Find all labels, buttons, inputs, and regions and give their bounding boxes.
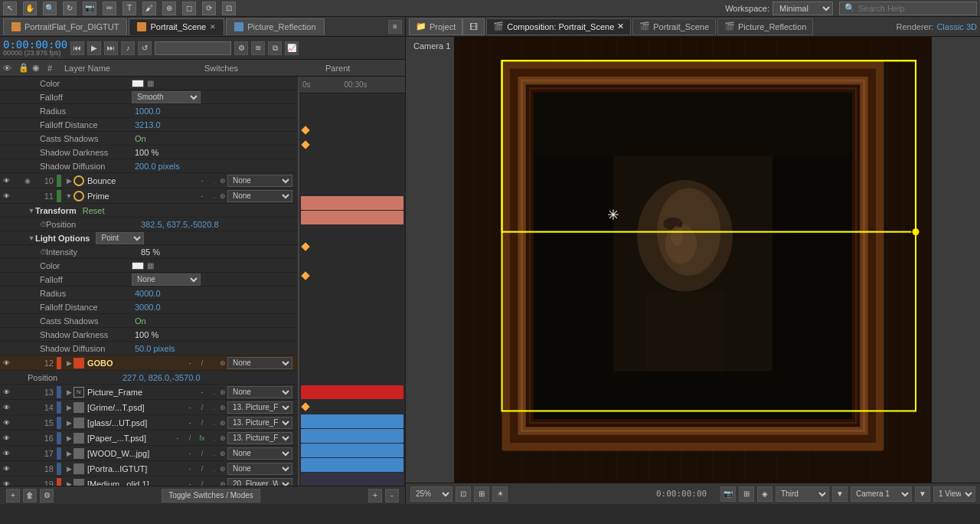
tool-puppet[interactable]: ⊡ xyxy=(222,2,236,15)
sw-18-slash[interactable]: / xyxy=(197,463,207,474)
layer-12-visibility[interactable]: 👁 xyxy=(2,359,11,368)
layer-15-lock[interactable] xyxy=(12,418,21,427)
motion-blur-btn[interactable]: ≋ xyxy=(251,41,265,55)
sw-10-1[interactable]: - xyxy=(197,175,207,186)
layer-16-parent-select[interactable]: 13. Picture_F None xyxy=(227,432,292,444)
layer-scroll[interactable]: Color ▦ Falloff Smooth None Inverse Squa… xyxy=(0,77,298,486)
graph-editor-btn[interactable]: 📈 xyxy=(285,41,299,55)
sw-12-pencil[interactable]: / xyxy=(197,358,207,368)
layer-14-lock[interactable] xyxy=(12,403,21,412)
sw-16-fx[interactable]: fx xyxy=(197,433,207,444)
layer-12-expand[interactable]: ▶ xyxy=(64,359,74,368)
views-select[interactable]: 1 View 2 Views 4 Views xyxy=(933,486,975,502)
project-btn[interactable]: 📁 Project xyxy=(409,18,462,35)
light-options-arrow[interactable]: ▼ xyxy=(28,234,35,242)
sw-10-2[interactable]: . xyxy=(209,175,220,186)
layer-18-solo[interactable] xyxy=(23,464,32,473)
tool-clone[interactable]: ⊕ xyxy=(162,2,176,15)
comp-tab-portrait-scene-simple[interactable]: 🎬 Portrait_Scene xyxy=(632,18,716,35)
new-layer-btn[interactable]: + xyxy=(6,489,20,503)
sw-15-2[interactable]: . xyxy=(209,418,220,428)
tool-eraser[interactable]: ◻ xyxy=(182,2,196,15)
timeline-zoom-out[interactable]: - xyxy=(385,489,399,503)
pos-stopwatch-11[interactable]: ⏱ xyxy=(40,221,46,228)
layer-16-lock[interactable] xyxy=(12,434,21,443)
layer-13-lock[interactable] xyxy=(12,388,21,397)
grid-btn[interactable]: ⊞ xyxy=(739,486,754,502)
layer-17-expand[interactable]: ▶ xyxy=(64,449,74,458)
sw-19-1[interactable]: - xyxy=(185,479,195,486)
tool-text[interactable]: T xyxy=(122,2,136,15)
color-swatch[interactable] xyxy=(132,80,144,87)
search-help-input[interactable] xyxy=(858,4,958,13)
layer-19-visibility[interactable]: 👁 xyxy=(2,480,11,486)
layer-16-solo[interactable] xyxy=(23,434,32,443)
frame-blending-btn[interactable]: ⧉ xyxy=(268,41,282,55)
layer-10-parent-select[interactable]: None xyxy=(227,175,292,187)
render-quality-btn[interactable]: ◈ xyxy=(757,486,773,502)
layer-16-visibility[interactable]: 👁 xyxy=(2,434,11,443)
layer-11-solo[interactable] xyxy=(23,192,32,201)
layer-10-visibility[interactable]: 👁 xyxy=(2,176,11,185)
layer-17-lock[interactable] xyxy=(12,449,21,458)
tab-portraitflat[interactable]: PortraitFlat_For_DIGTUT xyxy=(3,18,127,35)
layer-18-lock[interactable] xyxy=(12,464,21,473)
transform-11-arrow[interactable]: ▼ xyxy=(28,207,35,215)
tool-zoom[interactable]: 🔍 xyxy=(43,2,57,15)
layer-17-solo[interactable] xyxy=(23,449,32,458)
delete-layer-btn[interactable]: 🗑 xyxy=(23,489,37,503)
fit-to-comp-btn[interactable]: ⊡ xyxy=(456,486,471,502)
layer-19-solo[interactable] xyxy=(23,480,32,486)
tool-camera[interactable]: 📷 xyxy=(83,2,96,15)
camera-options-btn[interactable]: 📷 xyxy=(720,486,736,502)
audio-btn[interactable]: ♪ xyxy=(121,41,135,55)
loop-btn[interactable]: ↺ xyxy=(138,41,152,55)
layer-11-expand[interactable]: ▼ xyxy=(64,192,74,201)
sw-17-slash[interactable]: / xyxy=(197,448,207,459)
layer-14-visibility[interactable]: 👁 xyxy=(2,403,11,412)
view-select[interactable]: Third Front Back Left Right Top Bottom A… xyxy=(776,486,829,502)
sw-18-1[interactable]: - xyxy=(185,463,195,474)
layer-13-visibility[interactable]: 👁 xyxy=(2,388,11,397)
layer-15-expand[interactable]: ▶ xyxy=(64,418,74,427)
light-type-select[interactable]: Point Spot Ambient xyxy=(96,232,144,244)
sw-13-2[interactable]: . xyxy=(209,387,220,398)
tab-portrait-scene[interactable]: Portrait_Scene ✕ xyxy=(129,18,224,35)
sw-14-1[interactable]: - xyxy=(185,402,195,413)
camera-menu-btn[interactable]: ▼ xyxy=(915,486,930,502)
sw-16-2[interactable]: . xyxy=(209,433,220,444)
layer-14-expand[interactable]: ▶ xyxy=(64,403,74,412)
layer-13-expand[interactable]: ▶ xyxy=(64,388,74,397)
pixel-aspect-btn[interactable]: ⊞ xyxy=(474,486,489,502)
sw-12-3[interactable] xyxy=(209,358,220,368)
comp-settings-btn[interactable]: ⚙ xyxy=(234,41,248,55)
layer-17-parent-select[interactable]: None xyxy=(227,447,292,460)
sw-14-2[interactable]: . xyxy=(209,402,220,413)
sw-19-2[interactable]: . xyxy=(209,479,220,486)
tab-close-portrait-scene[interactable]: ✕ xyxy=(210,23,216,31)
camera-select[interactable]: Camera 1 xyxy=(851,486,912,502)
layer-19-expand[interactable]: ▶ xyxy=(64,480,74,486)
layer-14-solo[interactable] xyxy=(23,403,32,412)
layer-10-lock[interactable] xyxy=(12,176,21,185)
view-options-btn[interactable]: ▼ xyxy=(832,486,848,502)
layer-13-parent-select[interactable]: None xyxy=(227,386,292,398)
tool-rotate[interactable]: ↻ xyxy=(63,2,77,15)
intensity-stopwatch[interactable]: ⏱ xyxy=(40,248,46,256)
layer-18-parent-select[interactable]: None xyxy=(227,463,292,475)
sw-19-slash[interactable]: / xyxy=(197,479,207,486)
sw-16-slash[interactable]: / xyxy=(185,433,195,444)
settings-btn[interactable]: ⚙ xyxy=(40,489,54,503)
sw-11-1[interactable]: - xyxy=(197,191,207,201)
zoom-select[interactable]: 25% 50% 100% xyxy=(410,486,452,502)
playback-btn-prev[interactable]: ⏮ xyxy=(70,41,84,55)
layer-10-expand[interactable]: ▶ xyxy=(64,176,74,185)
layer-11-visibility[interactable]: 👁 xyxy=(2,192,11,201)
sw-17-2[interactable]: . xyxy=(209,448,220,459)
transform-11-reset[interactable]: Reset xyxy=(83,206,105,215)
sw-11-2[interactable]: . xyxy=(209,191,220,201)
layer-15-parent-select[interactable]: 13. Picture_F None xyxy=(227,417,292,429)
tool-brush[interactable]: 🖌 xyxy=(142,2,156,15)
falloff-select[interactable]: Smooth None Inverse Square Clamped xyxy=(132,91,201,103)
playback-btn-next[interactable]: ⏭ xyxy=(104,41,118,55)
